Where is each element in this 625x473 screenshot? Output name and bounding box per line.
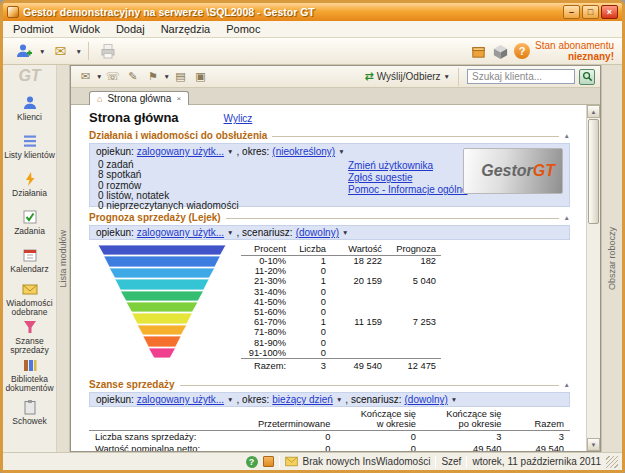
sidebar-item-klienci[interactable]: Klienci (3, 89, 56, 127)
section-collapse-button[interactable]: ▲ (564, 381, 570, 388)
table-row: Liczba szans sprzedaży:0033 (89, 431, 570, 444)
period-label: , okres: (237, 394, 270, 405)
change-user-link[interactable]: Zmień użytkownika (348, 160, 468, 171)
table-row: Wartość nominalna netto:0049 54049 540 (89, 443, 570, 451)
sidebar-item-listy-klientow[interactable]: Listy klientów (3, 127, 56, 165)
table-cell: 1 (291, 317, 331, 327)
menu-pomoc[interactable]: Pomoc (218, 22, 268, 36)
recalculate-link[interactable]: Wylicz (224, 113, 253, 124)
table-cell: 3 (422, 431, 508, 444)
total-cell: 49 540 (331, 359, 387, 372)
owner-dropdown[interactable]: zalogowany użytk... (137, 227, 224, 238)
tab-strona-glowna[interactable]: ⌂ Strona główna × (89, 91, 189, 105)
chevron-down-icon[interactable]: ▼ (163, 73, 169, 80)
maximize-button[interactable]: □ (582, 5, 599, 19)
table-row: 51-60%0 (241, 307, 441, 317)
owner-dropdown[interactable]: zalogowany użytk... (137, 394, 224, 405)
table-cell (331, 348, 387, 359)
sidebar-item-dzialania[interactable]: Działania (3, 165, 56, 203)
scenario-dropdown[interactable]: (dowolny) (404, 394, 447, 405)
forecast-body: Procent Liczba Wartość Prognoza 0-10%118… (89, 240, 570, 374)
table-cell: 0 (291, 287, 331, 297)
table-cell: 81-90% (241, 338, 291, 348)
chevron-down-icon[interactable]: ▼ (336, 396, 342, 403)
chevron-down-icon[interactable]: ▼ (227, 396, 233, 403)
subscription-help-icon[interactable]: ? (514, 43, 530, 59)
section-title: Prognoza sprzedaży (Lejek) (89, 212, 221, 223)
section-collapse-button[interactable]: ▲ (564, 132, 570, 139)
sidebar-item-label: Zadania (13, 227, 46, 236)
funnel-slice (109, 268, 215, 278)
chevron-down-icon[interactable]: ▼ (227, 229, 233, 236)
sidebar-item-schowek[interactable]: Schowek (3, 393, 56, 431)
package-status-icon[interactable] (263, 456, 274, 467)
search-button[interactable] (579, 69, 595, 85)
add-client-button[interactable] (11, 40, 37, 62)
funnel-slice (132, 313, 193, 324)
sidebar-item-szanse-sprzedazy[interactable]: Szanse sprzedaży (3, 317, 56, 355)
table-cell (331, 287, 387, 297)
new-call-icon[interactable]: ☏ (103, 68, 122, 85)
chevron-down-icon[interactable]: ▼ (75, 48, 81, 55)
current-user: Szef (441, 456, 461, 467)
table-cell (331, 266, 387, 276)
close-button[interactable]: × (601, 5, 618, 19)
period-dropdown[interactable]: bieżący dzień (272, 394, 333, 405)
sidebar-item-kalendarz[interactable]: Kalendarz (3, 241, 56, 279)
reports-icon[interactable]: ▤ (171, 68, 190, 85)
scenario-dropdown[interactable]: (dowolny) (296, 227, 339, 238)
table-cell: 0 (291, 348, 331, 359)
printer-icon (99, 42, 117, 60)
funnel-slice (104, 256, 221, 267)
section-collapse-button[interactable]: ▲ (564, 214, 570, 221)
menu-narzedzia[interactable]: Narzędzia (153, 22, 219, 36)
help-status-icon[interactable]: ? (246, 456, 258, 468)
table-cell: 21-30% (241, 276, 291, 286)
chevron-down-icon[interactable]: ▼ (39, 48, 45, 55)
opportunities-section-header: Szanse sprzedaży ▲ (89, 379, 570, 390)
workspace-strip[interactable]: Obszar roboczy (601, 65, 622, 452)
owner-dropdown[interactable]: zalogowany użytk... (137, 146, 224, 157)
print-icon[interactable]: ▣ (191, 68, 210, 85)
chevron-down-icon[interactable]: ▼ (96, 73, 102, 80)
scroll-up-button[interactable]: ▲ (587, 105, 600, 118)
chevron-down-icon[interactable]: ▼ (338, 148, 344, 155)
package-icon (470, 43, 487, 60)
send-receive-button[interactable]: ⇄ Wyślij/Odbierz ▼ (365, 70, 450, 83)
funnel-slice (148, 348, 175, 358)
new-task-icon[interactable]: ⚑ (143, 68, 162, 85)
suggestions-link[interactable]: Zgłoś sugestie (348, 172, 468, 183)
period-dropdown[interactable]: (nieokreślony) (272, 146, 335, 157)
subscription-status-line2: nieznany! (535, 51, 614, 62)
new-note-icon[interactable]: ✎ (123, 68, 142, 85)
new-message-button[interactable]: ✉ (47, 40, 73, 62)
sidebar-item-biblioteka-dokumentow[interactable]: Biblioteka dokumentów (3, 355, 56, 393)
search-input[interactable] (467, 69, 575, 84)
chevron-down-icon[interactable]: ▼ (227, 148, 233, 155)
stat-unread-messages: 0 nieprzeczytanych wiadomości (98, 201, 239, 211)
help-link[interactable]: Pomoc - Informacje ogólne (348, 184, 468, 195)
chevron-down-icon[interactable]: ▼ (342, 229, 348, 236)
scrollbar-thumb[interactable] (588, 119, 599, 224)
tab-close-icon[interactable]: × (176, 94, 181, 103)
table-cell: 0 (336, 431, 422, 444)
new-email-icon[interactable]: ✉ (76, 68, 95, 85)
resize-grip[interactable] (606, 456, 618, 468)
menu-dodaj[interactable]: Dodaj (108, 22, 153, 36)
section-title: Szanse sprzedaży (89, 379, 175, 390)
content-scrollbar[interactable]: ▲ ▼ (586, 105, 600, 451)
scroll-down-button[interactable]: ▼ (587, 438, 600, 451)
chevron-down-icon[interactable]: ▼ (451, 396, 457, 403)
menu-widok[interactable]: Widok (61, 22, 108, 36)
sidebar-item-wiadomosci-odebrane[interactable]: Wiadomości odebrane (3, 279, 56, 317)
menu-podmiot[interactable]: Podmiot (5, 22, 61, 36)
divider (272, 136, 558, 137)
print-button[interactable] (95, 40, 121, 62)
module-list-strip[interactable]: Lista modułów (57, 65, 70, 452)
owner-label: opiekun: (96, 146, 134, 157)
send-receive-icon: ⇄ (365, 70, 374, 83)
minimize-button[interactable]: – (563, 5, 580, 19)
table-cell: 0 (336, 443, 422, 451)
subscription-status[interactable]: Stan abonamentu nieznany! (535, 40, 614, 62)
sidebar-item-zadania[interactable]: Zadania (3, 203, 56, 241)
